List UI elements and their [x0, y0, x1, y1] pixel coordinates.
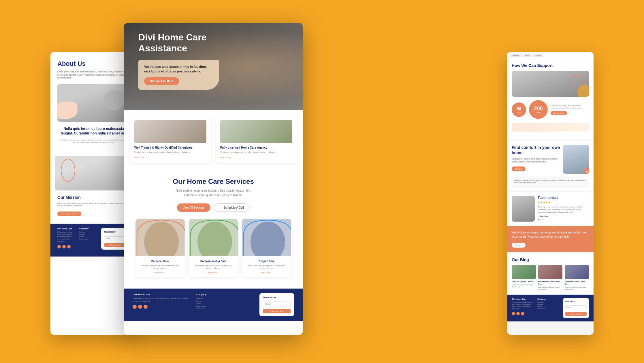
right-tab-3[interactable]: Contact — [533, 54, 543, 57]
feature-read-more-2[interactable]: Read More → — [220, 156, 292, 158]
stat-circle-200: 200 clients — [529, 100, 548, 119]
service-card-img-2 — [189, 219, 238, 256]
right-social-2[interactable] — [516, 312, 520, 315]
service-card-respite: Respite Care Vestibulum ante ipsum primi… — [242, 219, 291, 277]
hero-subtitle-text: Vestibulum ante ipsum primis in faucibus… — [144, 64, 213, 74]
center-social-icon-1[interactable] — [133, 305, 137, 309]
service-card-body-1: Personal Care Vestibulum ante ipsum prim… — [135, 256, 185, 277]
right-social-1[interactable] — [512, 312, 515, 315]
center-footer-col2-links: ServicesCareersEventsTestimonialsResourc… — [196, 297, 254, 310]
service-card-title-2: Companionship Care — [192, 260, 235, 263]
service-card-body-2: Companionship Care Vestibulum ante ipsum… — [189, 256, 238, 277]
stats-text-block: Lorem ipsum dolor sit amet, consectetur … — [551, 104, 589, 115]
service-card-svg-2 — [189, 219, 238, 256]
blog-card-title-3: Unexpected Ways Home Care — [565, 281, 589, 285]
footer-col-1: Divi Home Care Pellentesque in ipsum id,… — [57, 228, 74, 250]
fc-title: Find comfort in your own home. — [512, 145, 560, 155]
footer-col2-links: ServicesCareersEventsTestimonials — [79, 231, 95, 240]
blog-card-img-2 — [538, 265, 562, 279]
blog-card-text-2: Cras ultricies ligula sed magna dictum p… — [538, 286, 562, 291]
service-read-more-1[interactable]: Read More → — [139, 272, 181, 274]
hwcs-section: How We Can Support 50 years 200 clients — [507, 59, 594, 140]
blog-card-img-3 — [565, 265, 589, 279]
hero-subtitle-box: Vestibulum ante ipsum primis in faucibus… — [138, 60, 219, 90]
center-footer-col1-title: Divi Home Care — [133, 293, 190, 296]
right-social-3[interactable] — [521, 312, 524, 315]
service-read-more-2[interactable]: Read More → — [192, 272, 235, 274]
view-all-button[interactable]: View All Services — [177, 203, 210, 212]
blog-card-img-1 — [512, 265, 536, 279]
about-image-circle-deco — [104, 90, 124, 110]
test-dot-3[interactable] — [542, 219, 544, 220]
stats-cta-button[interactable]: Get More Info — [551, 111, 567, 115]
blog-card-title-2: Short Stories About Home Care — [538, 281, 562, 285]
stat-label-200: clients — [536, 112, 540, 113]
footer-col1-text: Pellentesque in ipsum id, orci porta dap… — [57, 231, 74, 243]
hero-section: Divi Home Care Assistance Vestibulum ant… — [124, 23, 303, 110]
feature-read-more-1[interactable]: Read More → — [134, 156, 206, 158]
test-image-inner — [512, 196, 535, 222]
footer-col-2: Company ServicesCareersEventsTestimonial… — [79, 228, 95, 250]
mission-button[interactable]: Get Information Now — [57, 212, 81, 216]
hwcs-image — [512, 71, 589, 97]
cta-section: Vestibulum ac diam sit amet quam vehicul… — [507, 226, 594, 252]
service-card-personal: Personal Care Vestibulum ante ipsum prim… — [135, 219, 185, 277]
about-image — [57, 84, 130, 122]
fc-quote-box: Vestibulum ac diam sit amet quam vehicul… — [512, 177, 589, 186]
footer-subscribe-button[interactable]: Subscribe Now — [104, 243, 127, 247]
fc-button[interactable]: Contact — [512, 166, 526, 171]
cta-button[interactable]: Contact — [512, 243, 526, 248]
fc-text: Vestibulum ac diam sit amet quam vehicul… — [512, 158, 560, 163]
test-dot-2[interactable] — [540, 219, 541, 220]
feature-card-img-1 — [134, 120, 206, 143]
test-dot-1[interactable] — [538, 219, 539, 220]
schedule-button[interactable]: → Schedule A Call — [214, 203, 250, 212]
services-title: Our Home Care Services — [133, 177, 294, 186]
feature-card-text-2: Vestibulum ante ipsum primis in faucibus… — [220, 151, 292, 154]
center-footer-col2-title: Company — [196, 293, 254, 296]
service-card-body-3: Respite Care Vestibulum ante ipsum primi… — [242, 256, 291, 277]
center-footer-newsletter: Newsletter Subscribe Now — [259, 293, 294, 316]
center-footer-col1-text: Pellentesque in ipsum id, orci porta dap… — [133, 297, 190, 302]
footer-email-input[interactable] — [104, 236, 127, 240]
services-buttons: View All Services → Schedule A Call — [133, 203, 294, 212]
social-icon-fb[interactable]: f — [57, 245, 61, 248]
mission-title: Our Mission — [57, 195, 130, 200]
right-newsletter-button[interactable]: Subscribe Now — [565, 312, 587, 316]
hire-btn[interactable]: Hire an Assistant — [144, 77, 179, 85]
about-second-oval-deco — [61, 159, 75, 182]
right-tab-1[interactable]: Services — [510, 54, 521, 57]
right-tab-2[interactable]: About — [522, 54, 532, 57]
stat-label-50: years — [517, 111, 521, 113]
footer-col1-title: Divi Home Care — [57, 228, 74, 230]
test-content: Testimonials ★★★★★ "Proin eget tortor ri… — [538, 196, 589, 222]
service-read-more-3[interactable]: Read More → — [245, 272, 288, 274]
fc-text-area: Find comfort in your own home. Vestibulu… — [512, 145, 560, 174]
hwcs-title: How We Can Support — [512, 63, 589, 68]
test-dots — [538, 219, 589, 220]
center-social-icon-2[interactable] — [138, 305, 142, 309]
stats-text: Lorem ipsum dolor sit amet, consectetur … — [551, 104, 589, 109]
test-author: — John Doe — [538, 215, 589, 217]
center-newsletter-button[interactable]: Subscribe Now — [263, 309, 291, 313]
right-newsletter-title: Newsletter — [565, 300, 587, 302]
center-social-icon-3[interactable] — [144, 305, 148, 309]
feature-cards-row: Well Trained & Highly Qualified Caregive… — [124, 110, 303, 169]
service-card-img-3 — [242, 219, 291, 256]
fc-image: ♥ — [563, 145, 589, 174]
right-newsletter-input[interactable] — [565, 305, 587, 309]
test-image — [512, 196, 535, 222]
center-newsletter-title: Newsletter — [263, 296, 291, 299]
stat-number-50: 50 — [517, 106, 521, 111]
stats-row: 50 years 200 clients Lorem ipsum dolor s… — [512, 100, 589, 119]
right-panel: Services About Contact How We Can Suppor… — [507, 52, 594, 335]
feature-card-2: Fully Licensed Home Care Agency Vestibul… — [216, 115, 297, 163]
stats-bg-blob — [512, 123, 589, 132]
blog-title: Our Blog — [512, 257, 589, 262]
center-newsletter-input[interactable] — [263, 302, 291, 306]
blog-card-text-1: Cras ultricies ligula sed magna dictum p… — [512, 284, 536, 288]
about-us-title: About Us — [57, 60, 130, 68]
main-container: About Us Lorem ipsum congue las eget mal… — [0, 0, 644, 363]
social-icon-tw[interactable]: t — [62, 245, 66, 248]
social-icon-ig[interactable]: i — [67, 245, 71, 248]
